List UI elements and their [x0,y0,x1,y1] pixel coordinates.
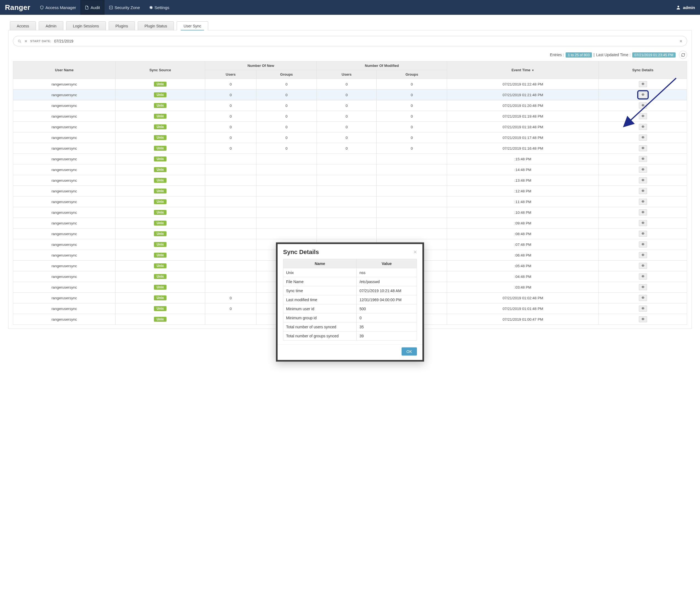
tab-user-sync[interactable]: User Sync [177,21,208,30]
eye-icon [641,178,645,183]
view-details-button[interactable] [639,92,647,98]
cell-sync-details [599,196,687,207]
view-details-button[interactable] [639,316,647,322]
view-details-button[interactable] [639,188,647,194]
tab-login-sessions[interactable]: Login Sessions [66,21,106,30]
table-row: rangerusersyncUnix000007/21/2019 01:16:4… [13,143,687,154]
col-event-time[interactable]: Event Time▼ [447,61,599,79]
view-details-button[interactable] [639,306,647,312]
view-details-button[interactable] [639,124,647,130]
detail-row: Last modified time12/31/1969 04:00:00 PM [283,295,417,304]
view-details-button[interactable] [639,145,647,151]
view-details-button[interactable] [639,241,647,247]
cell-new-users [205,186,256,196]
view-details-button[interactable] [639,263,647,269]
col-mod-groups[interactable]: Groups [377,70,447,79]
view-details-button[interactable] [639,284,647,290]
cell-mod-groups [377,196,447,207]
view-details-button[interactable] [639,295,647,301]
cell-mod-groups [377,186,447,196]
nav-audit[interactable]: Audit [80,0,104,15]
cell-new-users [205,164,256,175]
clear-filter-icon[interactable]: ✖ [24,39,27,43]
cell-new-users: 0 [205,304,256,314]
clear-all-icon[interactable]: ✖ [679,39,682,43]
table-row: rangerusersyncUnix:15:48 PM [13,154,687,164]
nav-settings[interactable]: Settings [144,0,174,15]
svg-point-16 [642,212,643,212]
view-details-button[interactable] [639,177,647,183]
search-bar[interactable]: ✖ START DATE: 07/21/2019 ✖ [13,36,687,46]
cell-mod-users: 0 [317,111,376,122]
svg-point-11 [642,158,643,159]
cell-mod-groups [377,175,447,186]
cell-user: rangerusersync [13,79,116,89]
modal-close-icon[interactable]: × [414,248,417,256]
cell-new-groups [256,207,317,218]
detail-value: 07/21/2019 10:21:48 AM [356,286,417,295]
cell-user: rangerusersync [13,304,116,314]
svg-point-14 [642,190,643,191]
svg-point-18 [642,233,643,234]
table-row: rangerusersyncUnix:12:48 PM [13,186,687,196]
tab-plugin-status[interactable]: Plugin Status [138,21,174,30]
view-details-button[interactable] [639,252,647,258]
view-details-button[interactable] [639,199,647,205]
col-mod-users[interactable]: Users [317,70,376,79]
cell-sync-source: Unix [116,89,205,100]
detail-value: 39 [356,331,417,337]
col-new-users[interactable]: Users [205,70,256,79]
cell-mod-groups: 0 [377,143,447,154]
view-details-button[interactable] [639,231,647,237]
view-details-button[interactable] [639,81,647,87]
nav-security-zone[interactable]: Security Zone [104,0,145,15]
user-menu[interactable]: admin [676,5,695,10]
col-sync-source[interactable]: Sync Source [116,61,205,79]
cell-sync-details [599,293,687,304]
nav-access-manager[interactable]: Access Manager [35,0,81,15]
svg-point-9 [642,137,643,137]
view-details-button[interactable] [639,273,647,280]
table-row: rangerusersyncUnix:13:48 PM [13,175,687,186]
view-details-button[interactable] [639,167,647,173]
view-details-button[interactable] [639,156,647,162]
cell-sync-source: Unix [116,122,205,132]
view-details-button[interactable] [639,220,647,226]
cell-mod-groups: 0 [377,79,447,89]
cell-new-users: 0 [205,100,256,111]
refresh-button[interactable] [679,51,687,59]
eye-icon [641,82,645,86]
detail-name: Minimum user id [283,304,356,313]
tab-plugins[interactable]: Plugins [109,21,135,30]
cell-new-groups [256,229,317,239]
col-new-groups[interactable]: Groups [256,70,317,79]
cell-mod-users: 0 [317,79,376,89]
table-row: rangerusersyncUnix000007/21/2019 01:22:4… [13,79,687,89]
detail-col-name: Name [283,259,356,268]
cell-mod-users: 0 [317,132,376,143]
eye-icon [641,114,645,119]
cell-sync-details [599,229,687,239]
cell-mod-groups [377,154,447,164]
cell-user: rangerusersync [13,186,116,196]
cell-new-users [205,261,256,271]
tab-admin[interactable]: Admin [39,21,64,30]
view-details-button[interactable] [639,113,647,119]
col-user-name[interactable]: User Name [13,61,116,79]
view-details-button[interactable] [639,209,647,215]
cell-new-groups [256,218,317,229]
view-details-button[interactable] [639,135,647,140]
detail-value: /etc/passwd [356,277,417,286]
cell-new-users [205,250,256,261]
detail-name: Total number of groups synced [283,331,356,337]
detail-name: File Name [283,277,356,286]
svg-point-20 [642,254,643,255]
tab-access[interactable]: Access [10,21,36,30]
entries-value: 1 to 25 of 803 [566,52,592,57]
cell-sync-source: Unix [116,239,205,250]
view-details-button[interactable] [639,103,647,108]
cell-sync-details [599,186,687,196]
nav-label: Audit [91,5,100,10]
cell-sync-details [599,314,687,325]
detail-name: Last modified time [283,295,356,304]
